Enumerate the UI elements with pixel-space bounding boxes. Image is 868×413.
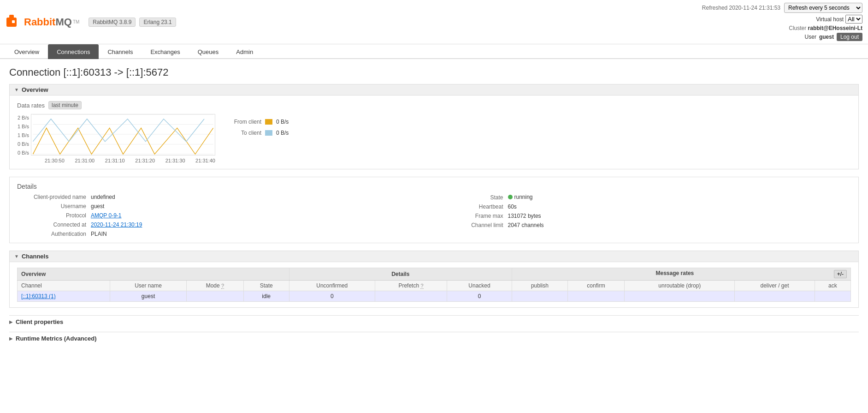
data-rates-label: Data rates xyxy=(17,102,45,109)
runtime-metrics-title: Runtime Metrics (Advanced) xyxy=(16,335,97,342)
user-row: User guest Log out xyxy=(702,33,862,41)
legend-to-client-color xyxy=(265,130,272,136)
detail-heartbeat: Heartbeat 60s xyxy=(434,204,851,210)
nav-connections[interactable]: Connections xyxy=(48,44,99,59)
nav-overview[interactable]: Overview xyxy=(6,44,48,59)
prefetch-tooltip-q[interactable]: ? xyxy=(420,283,423,289)
header: RabbitMQ TM RabbitMQ 3.8.9 Erlang 23.1 R… xyxy=(0,0,868,44)
detail-val-protocol[interactable]: AMQP 0-9-1 xyxy=(91,212,121,219)
nav-channels[interactable]: Channels xyxy=(99,44,142,59)
channels-table: Overview Details Message rates +/- Chann… xyxy=(17,268,851,302)
legend-to-client-label: To client xyxy=(229,130,261,136)
col-header-publish: publish xyxy=(512,281,568,291)
detail-channel-limit: Channel limit 2047 channels xyxy=(434,222,851,228)
nav-queues[interactable]: Queues xyxy=(189,44,228,59)
overview-section-title: Overview xyxy=(22,86,48,93)
logout-button[interactable]: Log out xyxy=(837,33,862,41)
vhost-select[interactable]: All / xyxy=(845,15,862,24)
detail-val-frame-max: 131072 bytes xyxy=(508,213,541,219)
page-content: Connection [::1]:60313 -> [::1]:5672 ▼ O… xyxy=(0,59,868,356)
mode-tooltip-q[interactable]: ? xyxy=(221,283,224,289)
group-header-details: Details xyxy=(289,268,512,281)
detail-username: Username guest xyxy=(17,203,434,209)
detail-val-connected-at[interactable]: 2020-11-24 21:30:19 xyxy=(91,221,142,228)
cluster-row: Cluster rabbit@EHosseini-Lt xyxy=(702,25,862,31)
erlang-version-badge: Erlang 23.1 xyxy=(139,18,176,27)
detail-val-client-name: undefined xyxy=(91,194,115,200)
legend-from-client-color xyxy=(265,119,272,125)
chart-legend: From client 0 B/s To client 0 B/s xyxy=(229,114,289,136)
detail-key-username: Username xyxy=(17,203,91,209)
legend-to-client-value: 0 B/s xyxy=(276,130,289,136)
refresh-select[interactable]: Refresh every 5 seconds No refresh Refre… xyxy=(784,3,862,13)
cell-state: idle xyxy=(243,291,289,302)
client-properties-arrow: ▶ xyxy=(9,319,13,324)
detail-key-authentication: Authentication xyxy=(17,231,91,237)
legend-from-client: From client 0 B/s xyxy=(229,119,289,125)
detail-key-connected-at: Connected at xyxy=(17,221,91,228)
col-header-mode: Mode ? xyxy=(187,281,244,291)
cell-confirm xyxy=(567,291,625,302)
col-header-username: User name xyxy=(110,281,187,291)
cell-unroutable-drop xyxy=(625,291,735,302)
channels-group-header: Overview Details Message rates +/- xyxy=(18,268,851,281)
svg-rect-1 xyxy=(9,15,14,19)
detail-key-state: State xyxy=(434,194,508,201)
header-right: Refreshed 2020-11-24 21:31:53 Refresh ev… xyxy=(702,3,862,41)
cell-channel[interactable]: [::1]:60313 (1) xyxy=(18,291,110,302)
cell-publish xyxy=(512,291,568,302)
detail-val-username: guest xyxy=(91,203,104,209)
refreshed-text: Refreshed 2020-11-24 21:31:53 xyxy=(702,5,780,11)
nav-exchanges[interactable]: Exchanges xyxy=(142,44,189,59)
col-header-confirm: confirm xyxy=(567,281,625,291)
logo: RabbitMQ TM xyxy=(6,14,79,30)
col-header-state: State xyxy=(243,281,289,291)
detail-val-authentication: PLAIN xyxy=(91,231,107,237)
last-minute-badge: last minute xyxy=(48,101,82,109)
rabbitmq-version-badge: RabbitMQ 3.8.9 xyxy=(89,18,136,27)
col-header-prefetch: Prefetch ? xyxy=(375,281,447,291)
col-header-deliver-get: deliver / get xyxy=(735,281,815,291)
chart-area: 2 B/s 1 B/s 1 B/s 0 B/s 0 B/s xyxy=(17,114,851,163)
username: guest xyxy=(819,34,834,40)
detail-client-name: Client-provided name undefined xyxy=(17,194,434,200)
svg-rect-2 xyxy=(12,20,15,23)
detail-key-channel-limit: Channel limit xyxy=(434,222,508,228)
runtime-metrics-arrow: ▶ xyxy=(9,336,13,341)
overview-arrow: ▼ xyxy=(14,87,19,92)
chart-y-labels: 2 B/s 1 B/s 1 B/s 0 B/s 0 B/s xyxy=(18,114,29,156)
nav-admin[interactable]: Admin xyxy=(227,44,262,59)
runtime-metrics-section: ▶ Runtime Metrics (Advanced) xyxy=(9,332,859,345)
detail-protocol: Protocol AMQP 0-9-1 xyxy=(17,212,434,219)
channels-section-header[interactable]: ▼ Channels xyxy=(9,251,859,262)
overview-section-header[interactable]: ▼ Overview xyxy=(9,84,859,96)
overview-section-body: Data rates last minute 2 B/s 1 B/s 1 B/s… xyxy=(9,96,859,169)
detail-key-client-name: Client-provided name xyxy=(17,194,91,200)
chart-container xyxy=(31,114,215,157)
plus-minus-button[interactable]: +/- xyxy=(834,270,847,278)
detail-key-frame-max: Frame max xyxy=(434,213,508,219)
details-grid: Client-provided name undefined Username … xyxy=(17,194,851,237)
client-properties-header[interactable]: ▶ Client properties xyxy=(9,315,859,328)
detail-val-heartbeat: 60s xyxy=(508,204,517,210)
vhost-row: Virtual host All / xyxy=(702,15,862,24)
col-header-ack: ack xyxy=(815,281,850,291)
cluster-name: rabbit@EHosseini-Lt xyxy=(808,25,862,31)
detail-state: State running xyxy=(434,194,851,201)
detail-authentication: Authentication PLAIN xyxy=(17,231,434,237)
logo-tm: TM xyxy=(73,19,79,24)
chart-x-labels: 21:30:50 21:31:00 21:31:10 21:31:20 21:3… xyxy=(31,157,215,163)
cell-mode xyxy=(187,291,244,302)
refresh-row: Refreshed 2020-11-24 21:31:53 Refresh ev… xyxy=(702,3,862,13)
data-rates-chart xyxy=(31,114,215,156)
legend-from-client-value: 0 B/s xyxy=(276,119,289,125)
user-label: User xyxy=(805,34,816,40)
detail-val-state: running xyxy=(508,194,533,200)
col-header-unroutable-drop: unroutable (drop) xyxy=(625,281,735,291)
detail-connected-at: Connected at 2020-11-24 21:30:19 xyxy=(17,221,434,228)
state-text: running xyxy=(514,194,533,200)
channels-tbody: [::1]:60313 (1) guest idle 0 0 xyxy=(18,291,851,302)
cell-unconfirmed: 0 xyxy=(289,291,375,302)
runtime-metrics-header[interactable]: ▶ Runtime Metrics (Advanced) xyxy=(9,332,859,345)
legend-from-client-label: From client xyxy=(229,119,261,125)
